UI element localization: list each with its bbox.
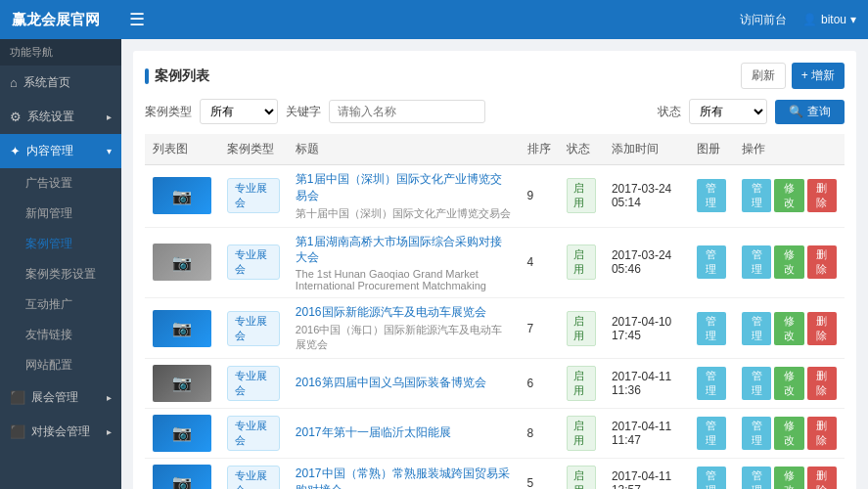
edit-button[interactable]: 修改 (774, 417, 803, 450)
col-album: 图册 (689, 134, 734, 165)
type-badge: 专业展会 (227, 466, 280, 489)
manage-album-button[interactable]: 管理 (697, 179, 726, 212)
cell-time: 2017-03-24 05:14 (604, 165, 689, 228)
expo-icon: ⬛ (10, 390, 25, 405)
cell-actions: 管理 修改 删除 (734, 408, 845, 458)
manage-album-button[interactable]: 管理 (697, 417, 726, 450)
edit-button[interactable]: 修改 (774, 179, 803, 212)
cell-type: 专业展会 (219, 227, 288, 298)
delete-button[interactable]: 删除 (807, 467, 837, 489)
sidebar-item-label: 系统设置 (27, 109, 74, 125)
col-thumb: 列表图 (145, 134, 219, 165)
manage-album-button[interactable]: 管理 (697, 245, 726, 279)
status-filter-label: 状态 (658, 104, 681, 120)
edit-button[interactable]: 修改 (774, 245, 803, 279)
edit-button[interactable]: 修改 (774, 367, 803, 400)
manage-button[interactable]: 管理 (742, 467, 771, 489)
topbar: 赢龙会展官网 ☰ 访问前台 👤 bitou ▾ (0, 0, 868, 39)
type-badge: 专业展会 (227, 366, 280, 401)
card-header: 案例列表 刷新 + 增新 (145, 63, 845, 89)
sidebar-item-label: 展会管理 (31, 389, 78, 406)
chevron-down-icon: ▾ (850, 13, 856, 26)
manage-button[interactable]: 管理 (742, 179, 771, 212)
sidebar-item-website[interactable]: 网站配置 (0, 350, 121, 380)
sidebar-item-content[interactable]: ✦ 内容管理 ▾ (0, 134, 121, 168)
sidebar-item-label: 对接会管理 (31, 423, 90, 440)
content-icon: ✦ (10, 144, 21, 158)
delete-button[interactable]: 删除 (807, 417, 837, 450)
chevron-down-icon: ▾ (107, 146, 112, 156)
sidebar-item-settings[interactable]: ⚙ 系统设置 ▸ (0, 100, 121, 134)
manage-album-button[interactable]: 管理 (697, 312, 726, 345)
status-badge: 启用 (567, 178, 596, 213)
cell-sort: 9 (520, 165, 559, 228)
type-badge: 专业展会 (227, 311, 280, 346)
manage-button[interactable]: 管理 (742, 245, 771, 279)
sidebar: 功能导航 ⌂ 系统首页 ⚙ 系统设置 ▸ ✦ 内容管理 ▾ 广告设置 新闻管理 … (0, 39, 121, 489)
sidebar-item-friends[interactable]: 友情链接 (0, 320, 121, 350)
case-title-en: 2016中国（海口）国际新能源汽车及电动车展览会 (296, 323, 512, 352)
search-button[interactable]: 🔍 查询 (775, 100, 845, 124)
sidebar-item-expo[interactable]: ⬛ 展会管理 ▸ (0, 380, 121, 415)
case-title-link[interactable]: 2016第四届中国义乌国际装备博览会 (296, 375, 512, 391)
manage-album-button[interactable]: 管理 (697, 367, 726, 400)
user-menu[interactable]: 👤 bitou ▾ (802, 13, 856, 26)
cell-album: 管理 (689, 298, 734, 359)
home-icon: ⌂ (10, 75, 18, 90)
manage-button[interactable]: 管理 (742, 417, 771, 450)
action-buttons: 管理 修改 删除 (742, 467, 837, 489)
cell-sort: 8 (520, 408, 559, 458)
manage-button[interactable]: 管理 (742, 367, 771, 400)
sidebar-item-interactive[interactable]: 互动推广 (0, 289, 121, 320)
cell-status: 启用 (559, 227, 604, 298)
visit-frontend-btn[interactable]: 访问前台 (740, 12, 787, 28)
delete-button[interactable]: 删除 (807, 312, 837, 345)
sidebar-item-reception[interactable]: ⬛ 对接会管理 ▸ (0, 415, 121, 449)
table-row: 📷专业展会2017年第十一届临沂太阳能展8启用2017-04-11 11:47管… (145, 408, 845, 458)
delete-button[interactable]: 删除 (807, 245, 837, 279)
sidebar-item-news[interactable]: 新闻管理 (0, 199, 121, 229)
interactive-label: 互动推广 (25, 296, 72, 313)
thumbnail: 📷 (153, 177, 211, 214)
thumbnail: 📷 (153, 365, 211, 402)
new-button[interactable]: + 增新 (792, 63, 845, 89)
cell-album: 管理 (689, 408, 734, 458)
type-filter-select[interactable]: 所有 (200, 99, 278, 124)
edit-button[interactable]: 修改 (774, 467, 803, 489)
cell-time: 2017-04-11 11:47 (604, 408, 689, 458)
settings-icon: ⚙ (10, 110, 22, 124)
sidebar-item-ads[interactable]: 广告设置 (0, 168, 121, 199)
delete-button[interactable]: 删除 (807, 367, 837, 400)
sidebar-item-cases[interactable]: 案例管理 (0, 229, 121, 259)
refresh-button[interactable]: 刷新 (741, 63, 786, 89)
cell-album: 管理 (689, 165, 734, 228)
case-title-link[interactable]: 第1届湖南高桥大市场国际综合采购对接大会 (296, 234, 512, 267)
manage-album-button[interactable]: 管理 (697, 467, 726, 489)
status-badge: 启用 (567, 311, 596, 346)
table-row: 📷专业展会第1届湖南高桥大市场国际综合采购对接大会The 1st Hunan G… (145, 227, 845, 298)
cell-album: 管理 (689, 227, 734, 298)
user-icon: 👤 (802, 13, 817, 26)
cell-type: 专业展会 (219, 298, 288, 359)
case-title-link[interactable]: 2016国际新能源汽车及电动车展览会 (296, 304, 512, 321)
cell-type: 专业展会 (219, 165, 288, 228)
case-title-link[interactable]: 2017中国（常熟）常熟服装城跨国贸易采购对接会 (296, 466, 512, 489)
sidebar-item-home[interactable]: ⌂ 系统首页 (0, 66, 121, 100)
cell-actions: 管理 修改 删除 (734, 227, 845, 298)
hamburger-icon[interactable]: ☰ (129, 9, 145, 30)
manage-button[interactable]: 管理 (742, 312, 771, 345)
thumbnail: 📷 (153, 465, 211, 489)
case-title-link[interactable]: 第1届中国（深圳）国际文化产业博览交易会 (296, 171, 512, 204)
table-row: 📷专业展会2017中国（常熟）常熟服装城跨国贸易采购对接会5启用2017-04-… (145, 458, 845, 489)
chevron-right-icon: ▸ (107, 392, 112, 403)
case-title-link[interactable]: 2017年第十一届临沂太阳能展 (296, 424, 512, 441)
delete-button[interactable]: 删除 (807, 179, 837, 212)
keyword-filter-input[interactable] (329, 100, 485, 123)
cell-sort: 6 (520, 358, 559, 408)
status-filter-select[interactable]: 所有 (689, 99, 767, 124)
edit-button[interactable]: 修改 (774, 312, 803, 345)
cell-actions: 管理 修改 删除 (734, 298, 845, 359)
cell-title: 第1届湖南高桥大市场国际综合采购对接大会The 1st Hunan Gaoqia… (288, 227, 520, 298)
sidebar-item-case-types[interactable]: 案例类形设置 (0, 259, 121, 289)
type-filter-label: 案例类型 (145, 104, 192, 120)
